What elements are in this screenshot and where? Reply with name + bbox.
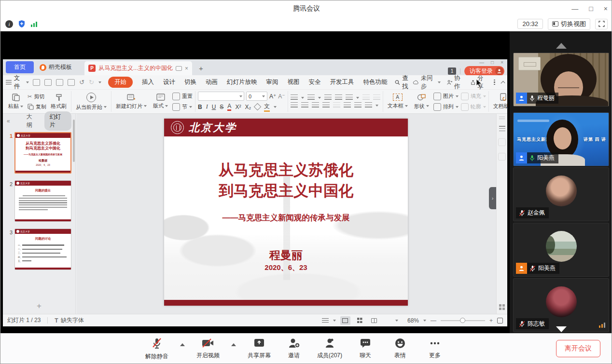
chat-button[interactable]: 聊天 (354, 337, 377, 360)
file-menu-caret-icon[interactable] (26, 81, 29, 83)
fit-slide-button[interactable] (497, 318, 503, 324)
output-icon[interactable] (44, 79, 52, 86)
wps-maximize-button[interactable]: □ (491, 60, 494, 65)
ribbon-tab-transition[interactable]: 切换 (184, 78, 196, 86)
object-properties-icon[interactable] (499, 126, 505, 132)
more-options-icon[interactable] (494, 80, 495, 85)
missing-font-label[interactable]: 缺失字体 (61, 316, 84, 324)
ribbon-tab-insert[interactable]: 插入 (142, 78, 154, 86)
start-video-button[interactable]: 开启视频 (196, 337, 220, 360)
superscript-button[interactable]: X² (235, 104, 241, 110)
save-icon[interactable] (33, 79, 40, 86)
collapse-panel-icon[interactable]: « (7, 118, 9, 124)
increase-indent-icon[interactable] (335, 94, 342, 101)
decrease-indent-icon[interactable] (324, 94, 332, 101)
find-button[interactable]: 查找 (395, 74, 413, 91)
print-icon[interactable] (56, 79, 63, 86)
picture-button[interactable]: 图片 (433, 93, 459, 100)
unmute-button[interactable]: 解除静音 (145, 337, 168, 361)
hamburger-menu-icon[interactable] (6, 80, 12, 84)
zoom-in-button[interactable]: + (489, 317, 493, 324)
text-box-button[interactable]: A 文本框 (386, 91, 410, 112)
video-tile[interactable]: 陈志敏 (513, 278, 609, 332)
paste-button[interactable]: 粘贴 (6, 91, 25, 112)
shapes-button[interactable]: 形状 (412, 91, 431, 112)
drag-handle-icon[interactable] (499, 117, 505, 119)
distribute-icon[interactable] (333, 102, 340, 108)
share-button[interactable]: 分享 (471, 74, 487, 91)
align-right-icon[interactable] (312, 102, 319, 108)
network-signal-icon[interactable] (30, 21, 38, 27)
slide-sorter-view-button[interactable] (355, 316, 365, 325)
video-tile[interactable]: 马克思主义新闻 讲第 四 讲 阳美燕 (513, 112, 609, 166)
sync-status-button[interactable]: 未同步 (413, 74, 440, 91)
tab-slides[interactable]: 幻灯片 (44, 111, 71, 131)
new-slide-button[interactable]: 新建幻灯片 (114, 91, 149, 112)
close-button[interactable]: × (604, 5, 608, 13)
more-button[interactable]: 更多 (423, 337, 446, 360)
paragraph-settings-icon[interactable] (365, 102, 372, 108)
preview-icon[interactable] (68, 79, 75, 86)
reset-button[interactable]: 重置 (172, 93, 193, 100)
redo-icon[interactable]: ↻ (89, 79, 94, 86)
fullscreen-button[interactable] (595, 19, 608, 29)
close-tab-icon[interactable]: × (185, 65, 188, 72)
wps-minimize-button[interactable]: — (479, 60, 484, 65)
animation-pane-icon[interactable] (498, 153, 506, 161)
members-button[interactable]: 成员(207) (317, 337, 342, 360)
ribbon-tab-start[interactable]: 开始 (108, 77, 133, 88)
mic-options-caret-icon[interactable] (180, 343, 185, 346)
ribbon-tab-features[interactable]: 特色功能 (363, 78, 387, 86)
share-screen-button[interactable]: 共享屏幕 (248, 337, 271, 360)
columns-icon[interactable] (362, 94, 370, 101)
ribbon-tab-animation[interactable]: 动画 (206, 78, 218, 86)
ribbon-tab-design[interactable]: 设计 (163, 78, 175, 86)
panel-scrollbar[interactable] (73, 120, 75, 162)
ribbon-tab-review[interactable]: 审阅 (266, 78, 278, 86)
slide-thumbnail-1[interactable]: 1 北京大学 从马克思主义苏俄化到马克思主义中国化 ——马克思主义新闻观的传承与… (6, 132, 71, 174)
align-left-icon[interactable] (291, 102, 298, 108)
selection-pane-icon[interactable] (498, 138, 506, 146)
scroll-down-icon[interactable] (556, 326, 567, 332)
indent-left-icon[interactable] (344, 102, 351, 108)
slide-thumbnail-2[interactable]: 2 北京大学 问题的提出 (6, 180, 71, 222)
leave-meeting-button[interactable]: 离开会议 (556, 340, 600, 357)
video-tile[interactable]: 赵金佩 (513, 167, 609, 221)
video-tile[interactable]: 程曼丽 (513, 53, 609, 107)
layout-button[interactable]: 版式 (151, 91, 170, 112)
ribbon-tab-devtools[interactable]: 开发工具 (330, 78, 354, 86)
text-direction-icon[interactable] (373, 94, 380, 101)
meeting-info-icon[interactable]: i (5, 20, 13, 28)
maximize-button[interactable]: □ (589, 5, 593, 13)
font-size-select[interactable]: 0 (246, 92, 267, 101)
clear-format-icon[interactable] (254, 103, 262, 111)
font-name-select[interactable] (198, 92, 244, 101)
line-spacing-icon[interactable] (346, 94, 353, 101)
strike-button[interactable]: S (220, 104, 223, 110)
zoom-slider-knob[interactable] (460, 318, 465, 323)
switch-view-button[interactable]: 切换视图 (548, 18, 590, 30)
file-menu[interactable]: 文件 (14, 74, 25, 91)
normal-view-button[interactable] (340, 316, 350, 325)
doc-assistant-button[interactable]: 文档助手 (491, 91, 507, 112)
notes-icon[interactable] (322, 318, 329, 323)
subscript-button[interactable]: X₂ (245, 104, 251, 110)
ribbon-tab-slideshow[interactable]: 幻灯片放映 (227, 78, 257, 86)
wps-tab-docer[interactable]: 稻壳模板 (34, 61, 78, 73)
invite-button[interactable]: 邀请 (282, 337, 306, 360)
play-from-current-button[interactable]: 从当前开始 (74, 91, 109, 112)
zoom-preset-caret-icon[interactable] (395, 320, 398, 322)
video-options-caret-icon[interactable] (231, 343, 236, 346)
expand-pane-button[interactable]: › (489, 187, 496, 209)
collaborate-button[interactable]: 协作 (447, 74, 464, 91)
new-tab-button[interactable]: + (199, 64, 203, 72)
collapse-ribbon-icon[interactable] (501, 81, 505, 85)
zoom-out-button[interactable]: — (431, 317, 436, 324)
section-button[interactable]: 节 (172, 103, 193, 111)
outline-button[interactable]: 轮廓 (461, 103, 486, 111)
ribbon-tab-view[interactable]: 视图 (287, 78, 299, 86)
zoom-level[interactable]: 68% (407, 317, 419, 324)
wps-tab-document[interactable]: P 从马克思主义...主义的中国化 × (84, 61, 192, 75)
scroll-up-icon[interactable] (556, 43, 567, 49)
wps-tab-home[interactable]: 首页 (6, 61, 34, 73)
